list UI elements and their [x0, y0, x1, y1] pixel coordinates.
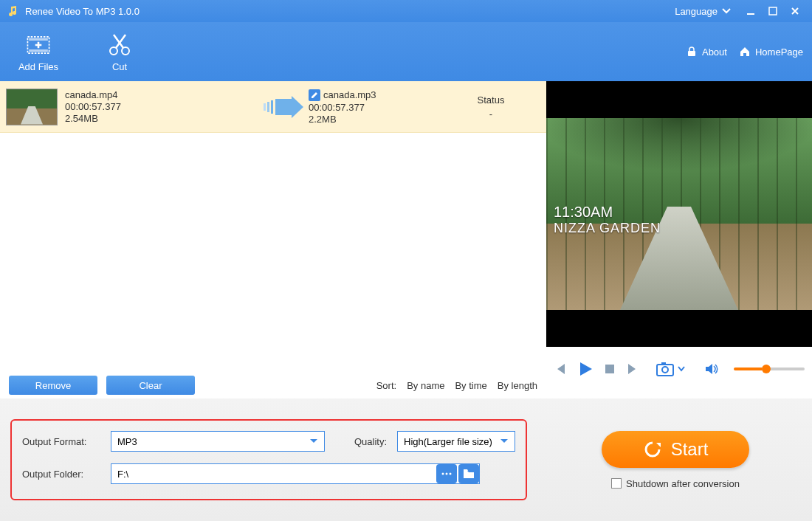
overlay-place: NIZZA GARDEN	[554, 221, 661, 236]
quality-value: High(Larger file size)	[404, 436, 492, 447]
add-files-button[interactable]: Add Files	[9, 26, 68, 77]
preview-panel: 11:30AM NIZZA GARDEN	[546, 81, 812, 398]
minimize-button[interactable]	[741, 4, 760, 18]
close-button[interactable]	[785, 4, 805, 18]
start-label: Start	[671, 439, 709, 460]
svg-rect-7	[688, 51, 695, 56]
chevron-down-icon	[309, 438, 318, 444]
shutdown-checkbox-row[interactable]: Shutdown after conversion	[611, 478, 740, 489]
edit-output-name-button[interactable]	[309, 89, 320, 101]
svg-point-15	[442, 473, 444, 475]
preview-viewport: 11:30AM NIZZA GARDEN	[546, 81, 812, 347]
svg-point-5	[110, 47, 117, 55]
chevron-down-icon	[500, 438, 509, 444]
bottom-panel: Output Format: MP3 Quality: High(Larger …	[0, 398, 812, 521]
about-link[interactable]: About	[686, 46, 727, 58]
sort-by-length[interactable]: By length	[498, 380, 537, 391]
preview-controls	[546, 347, 812, 391]
prev-track-button[interactable]	[554, 362, 567, 376]
status-header: Status	[441, 94, 540, 106]
volume-slider[interactable]	[734, 368, 805, 370]
cut-icon	[106, 32, 133, 58]
shutdown-checkbox[interactable]	[611, 478, 622, 489]
add-files-label: Add Files	[18, 61, 58, 72]
start-button[interactable]: Start	[602, 431, 749, 468]
sort-by-time[interactable]: By time	[455, 380, 486, 391]
next-track-button[interactable]	[626, 362, 639, 376]
language-dropdown[interactable]: Language	[675, 6, 731, 17]
sort-area: Sort: By name By time By length	[376, 380, 537, 391]
list-actions: Remove Clear Sort: By name By time By le…	[0, 372, 546, 398]
shutdown-label: Shutdown after conversion	[626, 478, 740, 489]
play-button[interactable]	[577, 361, 593, 377]
cut-button[interactable]: Cut	[90, 26, 149, 77]
output-folder-input[interactable]	[111, 469, 435, 480]
svg-rect-3	[29, 38, 48, 40]
output-file-name: canada.mp3	[323, 89, 376, 100]
sort-label: Sort:	[376, 380, 396, 391]
output-folder-input-wrapper	[111, 463, 480, 484]
svg-rect-9	[267, 102, 269, 112]
svg-point-14	[662, 367, 668, 373]
snapshot-dropdown[interactable]	[678, 366, 685, 372]
file-list: canada.mp4 00:00:57.377 2.54MB canada.mp	[0, 81, 546, 398]
stop-button[interactable]	[604, 363, 616, 375]
svg-rect-0	[747, 13, 754, 15]
browse-folder-button[interactable]	[458, 464, 479, 483]
clear-button[interactable]: Clear	[106, 376, 195, 395]
svg-rect-8	[264, 103, 266, 111]
svg-rect-11	[605, 365, 614, 373]
start-area: Start Shutdown after conversion	[549, 431, 802, 489]
svg-rect-13	[661, 362, 666, 365]
svg-rect-1	[769, 7, 777, 15]
input-file-size: 2.54MB	[65, 113, 257, 124]
volume-icon[interactable]	[704, 362, 719, 376]
app-title: Renee Video To MP3 1.0.0	[25, 6, 675, 17]
preview-overlay: 11:30AM NIZZA GARDEN	[554, 204, 661, 236]
svg-point-16	[446, 473, 448, 475]
homepage-label: HomePage	[755, 46, 803, 58]
file-thumbnail	[6, 89, 58, 125]
output-folder-label: Output Folder:	[22, 469, 103, 480]
svg-rect-4	[29, 49, 48, 52]
svg-point-6	[122, 47, 129, 55]
refresh-icon	[643, 440, 662, 459]
output-file-info: canada.mp3 00:00:57.377 2.2MB	[309, 89, 441, 125]
maximize-button[interactable]	[763, 4, 782, 18]
lock-icon	[686, 46, 698, 58]
sort-by-name[interactable]: By name	[407, 380, 444, 391]
overlay-time: 11:30AM	[554, 204, 661, 221]
output-file-size: 2.2MB	[309, 114, 441, 125]
quality-select[interactable]: High(Larger file size)	[397, 431, 515, 452]
output-format-value: MP3	[117, 436, 137, 447]
chevron-down-icon	[722, 8, 731, 14]
quality-label: Quality:	[354, 436, 387, 447]
homepage-link[interactable]: HomePage	[739, 46, 803, 58]
convert-arrow-icon	[257, 96, 309, 118]
snapshot-button[interactable]	[656, 361, 675, 377]
preview-image: 11:30AM NIZZA GARDEN	[546, 118, 812, 310]
toolbar: Add Files Cut About HomePage	[0, 22, 812, 81]
input-file-name: canada.mp4	[65, 89, 257, 100]
home-icon	[739, 46, 751, 58]
add-files-icon	[25, 32, 52, 58]
cut-label: Cut	[112, 61, 127, 72]
title-bar: Renee Video To MP3 1.0.0 Language	[0, 0, 812, 22]
input-file-duration: 00:00:57.377	[65, 101, 257, 112]
svg-rect-10	[271, 100, 273, 114]
more-options-button[interactable]	[436, 464, 457, 483]
output-format-label: Output Format:	[22, 436, 103, 447]
status-value: -	[441, 108, 540, 120]
status-column: Status -	[441, 94, 540, 120]
about-label: About	[702, 46, 727, 58]
output-settings: Output Format: MP3 Quality: High(Larger …	[10, 419, 527, 500]
output-file-duration: 00:00:57.377	[309, 102, 441, 113]
file-row[interactable]: canada.mp4 00:00:57.377 2.54MB canada.mp	[0, 81, 546, 133]
main-area: canada.mp4 00:00:57.377 2.54MB canada.mp	[0, 81, 812, 398]
app-logo-icon	[7, 5, 19, 17]
svg-point-17	[450, 473, 452, 475]
language-label: Language	[675, 6, 718, 17]
output-format-select[interactable]: MP3	[111, 431, 325, 452]
remove-button[interactable]: Remove	[9, 376, 97, 395]
input-file-info: canada.mp4 00:00:57.377 2.54MB	[65, 89, 257, 124]
